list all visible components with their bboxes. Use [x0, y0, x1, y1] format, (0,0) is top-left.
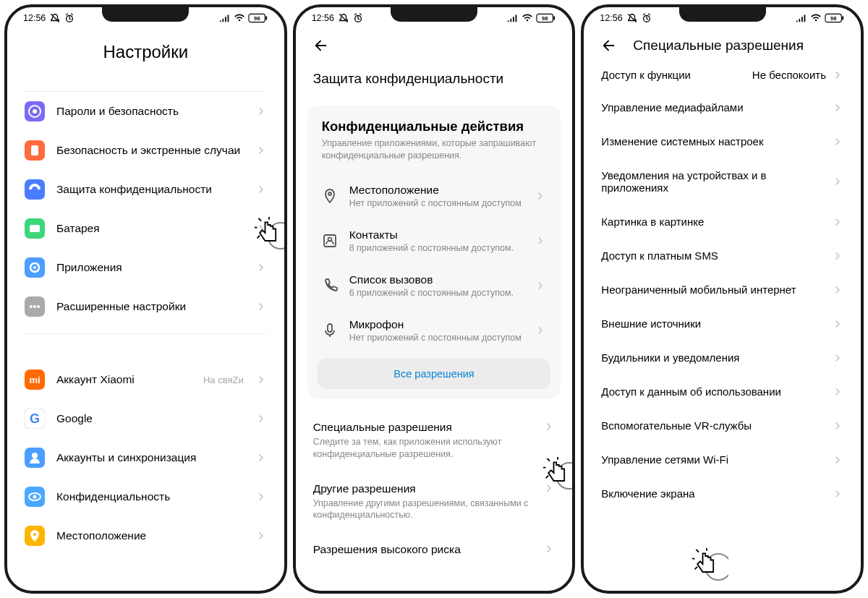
- permission-label: Доступ к данным об использовании: [601, 385, 832, 398]
- divider: [25, 333, 267, 334]
- row-label: Защита конфиденциальности: [56, 182, 244, 197]
- battery-icon: [825, 13, 845, 23]
- settings-row-apps[interactable]: Приложения: [9, 248, 283, 287]
- contacts-icon: [322, 233, 338, 249]
- row-label: Аккаунт Xiaomi: [56, 372, 192, 387]
- section-title: Специальные разрешения: [313, 421, 535, 434]
- card-title: Конфиденциальные действия: [322, 119, 547, 134]
- special-permission-row[interactable]: Внешние источники: [585, 307, 859, 341]
- settings-row-privacy[interactable]: Защита конфиденциальности: [9, 170, 283, 209]
- signal-icon: [507, 14, 519, 22]
- svg-rect-8: [31, 145, 38, 155]
- account-icon: [25, 448, 45, 468]
- row-label: Расширенные настройки: [56, 299, 244, 314]
- special-permission-row[interactable]: Доступ к функцииНе беспокоить: [585, 59, 859, 90]
- permission-label: Контакты: [349, 228, 524, 242]
- settings-row-mi[interactable]: miАккаунт XiaomiНа свяZи: [9, 360, 283, 399]
- battery-icon: [25, 218, 45, 239]
- settings-row-more[interactable]: Расширенные настройки: [9, 287, 283, 326]
- special-permission-row[interactable]: Вспомогательные VR-службы: [585, 409, 859, 443]
- svg-point-6: [33, 109, 37, 114]
- svg-point-14: [33, 266, 36, 269]
- section-row[interactable]: Специальные разрешенияСледите за тем, ка…: [297, 409, 571, 471]
- settings-row-warning[interactable]: Безопасность и экстренные случаи: [9, 131, 283, 170]
- mute-icon: [50, 13, 60, 23]
- location-icon: [25, 526, 45, 546]
- calllog-icon: [322, 278, 338, 294]
- mute-icon: [339, 13, 349, 23]
- battery-icon: [536, 13, 556, 23]
- special-permission-row[interactable]: Доступ к платным SMS: [585, 239, 859, 273]
- special-permission-row[interactable]: Уведомления на устройствах и в приложени…: [585, 158, 859, 205]
- section-title: Разрешения высокого риска: [313, 543, 535, 556]
- permission-row-contacts[interactable]: Контакты8 приложений с постоянным доступ…: [307, 218, 561, 263]
- permission-row-pin[interactable]: МестоположениеНет приложений с постоянны…: [307, 174, 561, 218]
- pin-icon: [322, 188, 338, 204]
- permission-row-calllog[interactable]: Список вызовов6 приложений с постоянным …: [307, 263, 561, 308]
- permission-label: Будильники и уведомления: [601, 351, 832, 364]
- row-trailing: На свяZи: [203, 375, 244, 385]
- section-row[interactable]: Разрешения высокого риска: [297, 531, 571, 566]
- permission-sub: 8 приложений с постоянным доступом.: [349, 243, 524, 253]
- section-row[interactable]: Другие разрешенияУправление другими разр…: [297, 471, 571, 532]
- settings-row-google[interactable]: GGoogle: [9, 399, 283, 438]
- eye-icon: [25, 487, 45, 507]
- special-permission-row[interactable]: Управление сетями Wi-Fi: [585, 443, 859, 477]
- row-label: Безопасность и экстренные случаи: [56, 143, 244, 158]
- more-icon: [25, 296, 45, 317]
- perm-trailing: Не беспокоить: [752, 69, 826, 81]
- phone-settings: 12:56 Настройки Пароли и безопасностьБез…: [4, 4, 287, 594]
- phone-special-permissions: 12:56 Специальные разрешения Доступ к фу…: [581, 4, 864, 594]
- row-label: Батарея: [56, 221, 244, 236]
- special-permission-row[interactable]: Неограниченный мобильный интернет: [585, 273, 859, 307]
- row-label: Конфиденциальность: [56, 490, 244, 504]
- back-button[interactable]: [598, 35, 620, 56]
- privacy-icon: [25, 179, 45, 200]
- permission-sub: Нет приложений с постоянным доступом: [349, 198, 524, 208]
- permission-label: Доступ к платным SMS: [601, 249, 832, 262]
- settings-row-battery[interactable]: Батарея: [9, 209, 283, 248]
- svg-point-18: [37, 305, 40, 308]
- permission-label: Вспомогательные VR-службы: [601, 419, 832, 432]
- wifi-icon: [234, 14, 245, 22]
- permission-label: Местоположение: [349, 184, 524, 197]
- svg-point-27: [33, 495, 37, 499]
- status-time: 12:56: [23, 13, 46, 23]
- signal-icon: [796, 14, 807, 22]
- section-desc: Следите за тем, как приложения использую…: [313, 436, 535, 461]
- shield-icon: [25, 101, 45, 121]
- row-label: Google: [56, 411, 244, 426]
- special-permission-row[interactable]: Изменение системных настроек: [585, 124, 859, 158]
- permission-label: Включение экрана: [601, 487, 832, 500]
- svg-point-17: [33, 305, 36, 308]
- settings-row-location[interactable]: Местоположение: [9, 516, 283, 555]
- card-subtitle: Управление приложениями, которые запраши…: [322, 137, 547, 162]
- warning-icon: [25, 140, 45, 161]
- all-permissions-button[interactable]: Все разрешения: [318, 359, 551, 389]
- special-permission-row[interactable]: Включение экрана: [585, 477, 859, 511]
- special-permission-row[interactable]: Доступ к данным об использовании: [585, 375, 859, 409]
- permission-label: Список вызовов: [349, 273, 524, 286]
- back-button[interactable]: [310, 35, 332, 56]
- permission-row-mic[interactable]: МикрофонНет приложений с постоянным дост…: [307, 308, 561, 353]
- row-label: Пароли и безопасность: [56, 104, 244, 119]
- settings-row-shield[interactable]: Пароли и безопасность: [9, 92, 283, 131]
- special-permission-row[interactable]: Картинка в картинке: [585, 205, 859, 239]
- row-label: Местоположение: [56, 529, 244, 543]
- page-title: Специальные разрешения: [633, 38, 804, 54]
- permission-sub: Нет приложений с постоянным доступом: [349, 333, 524, 343]
- page-title: Настройки: [9, 26, 283, 91]
- special-permission-row[interactable]: Будильники и уведомления: [585, 341, 859, 375]
- wifi-icon: [522, 14, 533, 22]
- permission-label: Доступ к функции: [601, 69, 752, 81]
- settings-row-eye[interactable]: Конфиденциальность: [9, 477, 283, 516]
- screen-settings: Настройки Пароли и безопасностьБезопасно…: [7, 26, 284, 591]
- svg-rect-9: [25, 179, 45, 200]
- special-permission-row[interactable]: Управление медиафайлами: [585, 90, 859, 124]
- google-icon: G: [25, 409, 45, 429]
- svg-point-31: [328, 192, 331, 195]
- permission-label: Управление сетями Wi-Fi: [601, 453, 832, 466]
- permission-label: Картинка в картинке: [601, 215, 832, 228]
- apps-icon: [25, 257, 45, 278]
- settings-row-account[interactable]: Аккаунты и синхронизация: [9, 438, 283, 477]
